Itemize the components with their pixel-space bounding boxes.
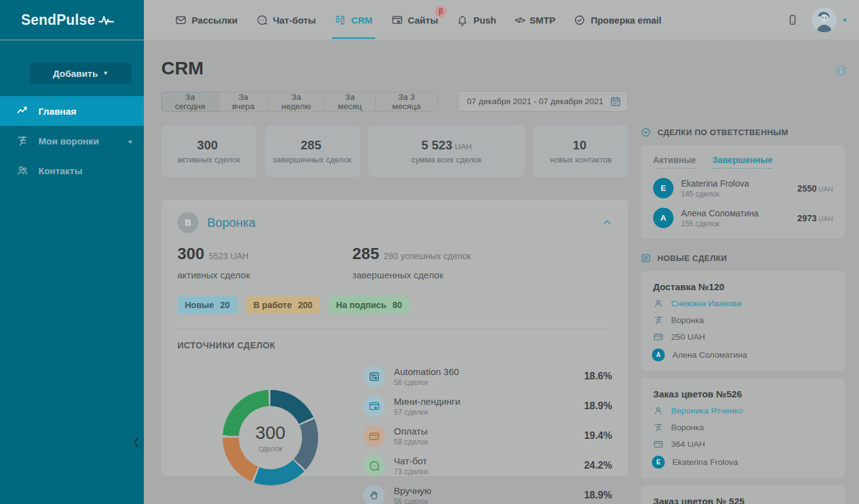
- nav-item-push[interactable]: Push: [456, 14, 496, 26]
- period-3months-button[interactable]: За 3 месяца: [375, 92, 438, 112]
- page-title: CRM: [161, 58, 628, 79]
- deal-amount-row: 250 UAH: [653, 332, 833, 342]
- nav-item-label: Сайты: [408, 15, 438, 25]
- sidebar-item-funnels[interactable]: Мои воронки ◂: [0, 126, 144, 156]
- source-row-manual[interactable]: Вручную56 сделок 18.9%: [363, 480, 612, 504]
- wallet-icon: [363, 425, 385, 447]
- stage-tag-in-progress[interactable]: В работе200: [246, 296, 320, 314]
- funnel-title-link[interactable]: Воронка: [207, 216, 256, 230]
- info-icon[interactable]: [834, 64, 848, 77]
- source-count: 58 сделок: [394, 438, 428, 446]
- source-name: Чат-бот: [394, 456, 428, 466]
- avatar-illustration: [812, 7, 837, 32]
- hand-icon: [363, 485, 385, 504]
- deal-contact-link[interactable]: Вероника Ятченко: [671, 406, 742, 415]
- responsible-row[interactable]: A Алена Соломатина155 сделок 2973UAH: [653, 208, 833, 228]
- top-navigation-bar: SendPulse Рассылки Чат-боты CRM Сайты β …: [0, 0, 859, 40]
- automation-icon: [363, 366, 385, 387]
- deal-contact-link[interactable]: Снежана Иванова: [671, 299, 742, 308]
- top-menu: Рассылки Чат-боты CRM Сайты β Push </> S…: [144, 0, 787, 40]
- source-row-automation[interactable]: Automation 36056 сделок 18.6%: [363, 361, 612, 391]
- sidebar-item-contacts[interactable]: Контакты: [0, 156, 144, 185]
- nav-item-campaigns[interactable]: Рассылки: [175, 14, 238, 26]
- stat-label: новых контактов: [550, 155, 612, 164]
- currency-label: UAH: [819, 185, 833, 193]
- stat-card-completed-deals: 285 завершенных сделок: [265, 125, 360, 177]
- nav-item-label: Push: [473, 15, 496, 25]
- add-button[interactable]: Добавить ▼: [30, 63, 131, 84]
- source-row-chatbot[interactable]: Чат-бот73 сделки 24.2%: [363, 451, 612, 480]
- deal-card[interactable]: Заказ цветов №526 Вероника Ятченко Ворон…: [641, 378, 845, 478]
- stage-tag-new[interactable]: Новые20: [177, 296, 238, 314]
- source-count: 56 сделок: [394, 378, 459, 387]
- sidebar-menu: Главная Мои воронки ◂ Контакты: [0, 96, 144, 185]
- deal-card[interactable]: Заказ цветов № 525: [641, 485, 845, 504]
- deal-contact-row: Вероника Ятченко: [653, 405, 833, 416]
- period-week-button[interactable]: За неделю: [268, 92, 325, 112]
- responsible-sum: 2973: [798, 213, 817, 223]
- chevron-down-icon: ▼: [103, 70, 109, 76]
- period-today-button[interactable]: За сегодня: [161, 92, 219, 112]
- chatbot-icon: [363, 455, 385, 477]
- source-row-payments[interactable]: Оплаты58 сделок 19.4%: [363, 421, 612, 451]
- stage-tag-to-sign[interactable]: На подпись80: [329, 296, 410, 314]
- tab-completed-deals[interactable]: Завершенные: [712, 155, 772, 169]
- sidebar-collapse-chevron[interactable]: ❮: [132, 436, 140, 447]
- tab-active-deals[interactable]: Активные: [653, 155, 696, 169]
- mobile-app-icon[interactable]: [787, 12, 798, 27]
- deal-amount: 250 UAH: [671, 332, 705, 342]
- completed-deals-value: 285: [352, 244, 379, 263]
- deal-responsible-row: A Алена Соломатина: [653, 348, 833, 361]
- source-name: Оплаты: [394, 426, 428, 436]
- deal-title: Заказ цветов №526: [653, 389, 833, 399]
- deal-funnel-name: Воронка: [671, 316, 704, 325]
- date-range-picker[interactable]: 07 декабря 2021 - 07 декабря 2021: [458, 91, 628, 112]
- deal-sources-list: Automation 36056 сделок 18.6% Мини-ленди…: [363, 360, 612, 504]
- source-percent: 18.6%: [584, 371, 612, 382]
- date-range-value: 07 декабря 2021 - 07 декабря 2021: [467, 97, 603, 106]
- calendar-icon: [610, 95, 621, 107]
- source-count: 57 сделки: [394, 408, 460, 417]
- stat-card-active-deals: 300 активных сделок: [161, 125, 256, 177]
- nav-item-label: SMTP: [530, 15, 556, 25]
- funnel-icon: [16, 135, 29, 147]
- deal-sources-title: ИСТОЧНИКИ СДЕЛОК: [177, 340, 612, 350]
- collapse-chevron-up-icon[interactable]: [602, 218, 612, 228]
- sidebar-item-label: Главная: [38, 106, 76, 117]
- section-title: СДЕЛКИ ПО ОТВЕТСТВЕННЫМ: [657, 128, 788, 137]
- deal-responsible-name: Ekaterina Frolova: [672, 458, 738, 467]
- nav-item-crm[interactable]: CRM: [334, 14, 372, 26]
- period-yesterday-button[interactable]: За вчера: [218, 92, 269, 112]
- deal-title: Доставка №120: [653, 281, 833, 292]
- deal-title: Заказ цветов № 525: [653, 496, 833, 504]
- active-deals-label: активных сделок: [177, 270, 352, 280]
- sidebar-item-main[interactable]: Главная: [0, 96, 144, 126]
- sendpulse-logo[interactable]: SendPulse: [0, 0, 144, 40]
- tag-label: В работе: [254, 300, 292, 310]
- responsible-tabs: Активные Завершенные: [653, 155, 833, 169]
- stat-value: 5 523: [421, 138, 452, 152]
- donut-total-value: 300: [256, 423, 285, 443]
- tag-label: На подпись: [336, 300, 386, 310]
- beta-badge: β: [435, 6, 447, 17]
- nav-item-sites[interactable]: Сайты β: [391, 14, 438, 26]
- account-dropdown-caret[interactable]: ▼: [842, 17, 848, 24]
- user-avatar[interactable]: [812, 7, 837, 32]
- nav-item-email-verify[interactable]: Проверка email: [574, 14, 661, 26]
- period-button-group: За сегодня За вчера За неделю За месяц З…: [161, 92, 438, 112]
- nav-item-chatbots[interactable]: Чат-боты: [256, 14, 316, 26]
- nav-item-smtp[interactable]: </> SMTP: [515, 15, 555, 25]
- deal-card[interactable]: Доставка №120 Снежана Иванова Воронка 25…: [641, 271, 845, 371]
- person-icon: [653, 405, 664, 416]
- kanban-icon: [334, 14, 346, 26]
- active-deals-value: 300: [177, 244, 204, 263]
- source-row-landings[interactable]: Мини-лендинги57 сделки 18.9%: [363, 391, 612, 421]
- wallet-icon: [653, 439, 664, 449]
- tag-value: 200: [298, 300, 312, 310]
- chevron-left-icon: ◂: [127, 136, 131, 146]
- period-month-button[interactable]: За месяц: [324, 92, 376, 112]
- responsible-card: Активные Завершенные E Ekaterina Frolova…: [641, 145, 845, 238]
- deal-sources-donut: 300 сделок: [223, 390, 318, 485]
- responsible-row[interactable]: E Ekaterina Frolova145 сделок 2550UAH: [653, 178, 833, 198]
- avatar: A: [653, 208, 674, 228]
